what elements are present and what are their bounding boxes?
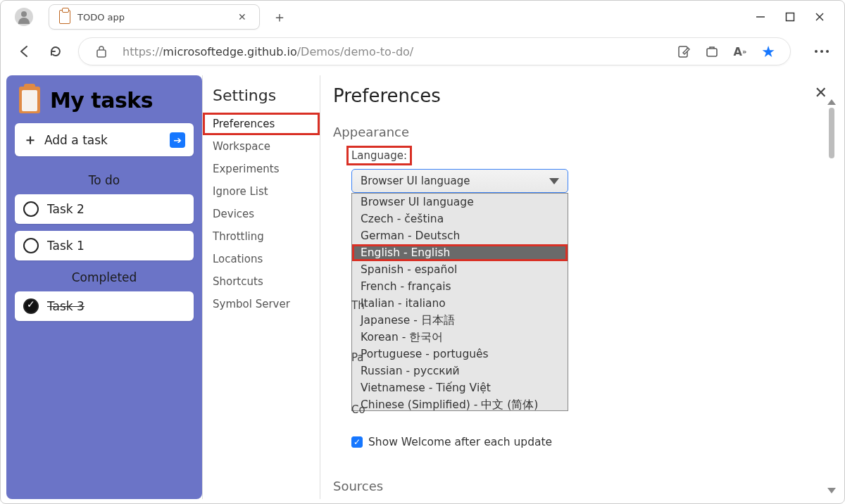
language-option[interactable]: English - English	[352, 244, 568, 261]
browser-tab[interactable]: TODO app ✕	[49, 4, 260, 30]
tab-title: TODO app	[77, 12, 228, 23]
settings-title: Settings	[203, 87, 320, 113]
language-option[interactable]: Japanese - 日本語	[352, 312, 568, 329]
settings-item-experiments[interactable]: Experiments	[203, 158, 320, 180]
language-dropdown[interactable]: Browser UI language Browser UI languageC…	[351, 169, 568, 411]
browser-titlebar: TODO app ✕ ＋	[1, 1, 844, 33]
close-panel-button[interactable]: ✕	[815, 84, 827, 101]
preferences-panel: ✕ Preferences Appearance Language: Brows…	[320, 75, 839, 499]
browser-menu-button[interactable]	[815, 50, 829, 53]
language-option[interactable]: Portuguese - português	[352, 346, 568, 363]
settings-item-devices[interactable]: Devices	[203, 203, 320, 225]
svg-rect-4	[97, 50, 106, 57]
svg-rect-1	[787, 13, 794, 21]
chevron-down-icon	[549, 178, 559, 184]
task-complete-toggle[interactable]	[23, 298, 39, 314]
settings-item-workspace[interactable]: Workspace	[203, 135, 320, 158]
todo-app-panel: My tasks ＋ Add a task ➔ To do Task 2 Tas…	[6, 75, 202, 499]
window-minimize-button[interactable]	[756, 12, 765, 22]
task-item[interactable]: Task 3	[15, 291, 194, 321]
checkbox-icon[interactable]: ✓	[351, 436, 363, 448]
settings-item-ignore-list[interactable]: Ignore List	[203, 180, 320, 203]
completed-section-label: Completed	[15, 270, 194, 284]
add-task-input[interactable]: ＋ Add a task ➔	[15, 123, 194, 156]
scroll-thumb[interactable]	[829, 108, 834, 158]
scroll-up-icon[interactable]	[827, 99, 836, 105]
language-option[interactable]: Russian - русский	[352, 363, 568, 379]
settings-item-locations[interactable]: Locations	[203, 248, 320, 270]
browser-navbar: https://microsoftedge.github.io/Demos/de…	[1, 33, 844, 70]
url-text: https://microsoftedge.github.io/Demos/de…	[123, 45, 413, 58]
task-name: Task 2	[47, 202, 84, 216]
settings-item-shortcuts[interactable]: Shortcuts	[203, 270, 320, 293]
show-welcome-label: Show Welcome after each update	[368, 436, 552, 448]
reload-button[interactable]	[47, 43, 64, 60]
todo-section-label: To do	[15, 173, 194, 187]
language-option[interactable]: Czech - čeština	[352, 210, 568, 227]
favorite-star-icon[interactable]: ★	[760, 44, 776, 59]
window-maximize-button[interactable]	[785, 12, 795, 22]
language-option[interactable]: Italian - italiano	[352, 295, 568, 312]
profile-avatar[interactable]	[15, 8, 33, 26]
settings-item-symbol-server[interactable]: Symbol Server	[203, 293, 320, 315]
settings-item-preferences[interactable]: Preferences	[203, 113, 320, 135]
language-option[interactable]: Chinese (Simplified) - 中文 (简体)	[352, 396, 568, 411]
sources-section-label: Sources	[333, 479, 383, 493]
language-option[interactable]: Browser UI language	[352, 194, 568, 210]
settings-sidebar: Settings PreferencesWorkspaceExperiments…	[202, 75, 320, 499]
language-option[interactable]: French - français	[352, 278, 568, 295]
task-name: Task 1	[47, 239, 84, 253]
site-lock-icon[interactable]	[93, 43, 110, 60]
preferences-scrollbar[interactable]	[827, 99, 837, 493]
task-item[interactable]: Task 1	[15, 231, 194, 260]
language-dropdown-value: Browser UI language	[361, 175, 470, 187]
language-option[interactable]: German - Deutsch	[352, 227, 568, 244]
back-button[interactable]	[16, 43, 33, 60]
address-bar[interactable]: https://microsoftedge.github.io/Demos/de…	[78, 37, 791, 65]
todo-app-title: My tasks	[50, 88, 153, 113]
task-item[interactable]: Task 2	[15, 194, 194, 224]
appearance-section-label: Appearance	[333, 125, 823, 139]
task-complete-toggle[interactable]	[23, 201, 39, 217]
edit-page-icon[interactable]	[676, 44, 691, 59]
settings-item-throttling[interactable]: Throttling	[203, 225, 320, 248]
language-dropdown-list[interactable]: Browser UI languageCzech - češtinaGerman…	[351, 193, 568, 411]
show-welcome-checkbox-row[interactable]: ✓ Show Welcome after each update	[351, 436, 552, 448]
task-name: Task 3	[47, 299, 84, 313]
task-complete-toggle[interactable]	[23, 238, 39, 253]
add-task-submit-button[interactable]: ➔	[170, 132, 185, 148]
clipboard-icon	[19, 87, 40, 113]
new-tab-button[interactable]: ＋	[268, 6, 291, 28]
add-task-label: Add a task	[44, 133, 163, 147]
scroll-down-icon[interactable]	[827, 488, 836, 493]
tab-close-button[interactable]: ✕	[235, 10, 249, 24]
language-dropdown-button[interactable]: Browser UI language	[351, 169, 568, 193]
plus-icon: ＋	[23, 130, 37, 149]
language-field-label: Language:	[349, 148, 410, 163]
language-option[interactable]: Vietnamese - Tiếng Việt	[352, 379, 568, 396]
preferences-title: Preferences	[333, 85, 823, 106]
svg-rect-6	[707, 49, 717, 56]
language-option[interactable]: Spanish - español	[352, 261, 568, 278]
language-option[interactable]: Korean - 한국어	[352, 329, 568, 346]
read-aloud-icon[interactable]: A»	[732, 44, 748, 59]
window-close-button[interactable]	[815, 12, 825, 22]
collections-icon[interactable]	[704, 44, 720, 59]
tab-favicon-icon	[59, 10, 70, 24]
